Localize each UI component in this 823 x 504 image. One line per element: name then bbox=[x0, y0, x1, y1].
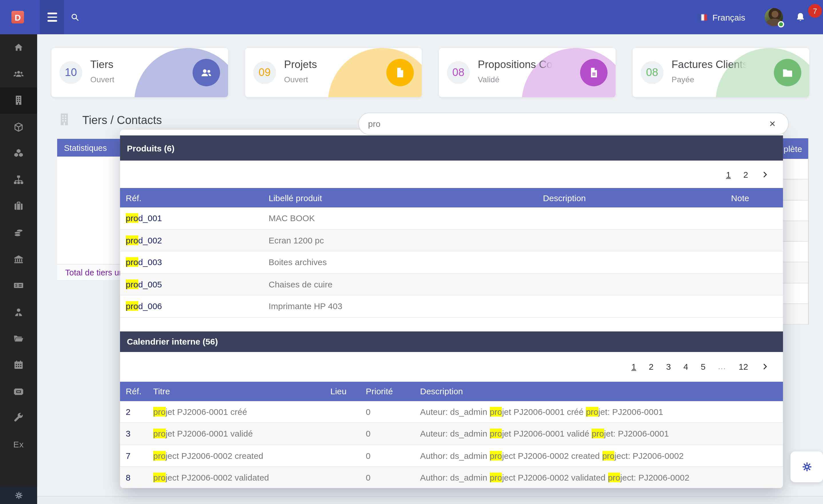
building-icon bbox=[13, 94, 25, 106]
bell-icon bbox=[794, 11, 806, 23]
card-count: 08 bbox=[641, 61, 664, 84]
background-table-row bbox=[783, 304, 808, 325]
background-table-row bbox=[783, 200, 808, 221]
sidebar-item-folder-open[interactable] bbox=[0, 325, 37, 352]
people-icon bbox=[199, 66, 213, 79]
stat-card-tiers[interactable]: 10TiersOuvert bbox=[51, 48, 228, 97]
sidebar-item-user-tie[interactable] bbox=[0, 299, 37, 325]
card-label: Factures Clients bbox=[672, 58, 747, 71]
sidebar: $Ex bbox=[0, 34, 37, 504]
search-highlight: pro bbox=[608, 473, 620, 483]
pagination-page-1[interactable]: 1 bbox=[726, 169, 731, 179]
search-highlight: pro bbox=[602, 451, 614, 461]
menu-toggle-button[interactable] bbox=[40, 0, 64, 34]
sidebar-item-cubes[interactable] bbox=[0, 140, 37, 167]
stat-card-projets[interactable]: 09ProjetsOuvert bbox=[245, 48, 422, 97]
agenda-ref-link[interactable]: 2 bbox=[120, 407, 147, 416]
chevron-right-icon bbox=[761, 362, 769, 371]
user-tie-icon bbox=[13, 306, 25, 318]
language-selector[interactable]: Français bbox=[698, 12, 745, 22]
search-highlight: pro bbox=[126, 258, 138, 267]
agenda-priority: 0 bbox=[360, 407, 415, 416]
next-page-button[interactable] bbox=[761, 170, 769, 179]
agenda-description: Auteur: ds_admin projet PJ2006-0001 vali… bbox=[415, 429, 783, 439]
global-search-button[interactable] bbox=[70, 12, 80, 22]
statistics-card-body bbox=[57, 157, 120, 264]
product-ref-link[interactable]: prod_005 bbox=[120, 280, 263, 289]
background-table-rows bbox=[783, 159, 808, 325]
sidebar-item-cube[interactable] bbox=[0, 114, 37, 140]
sidebar-item-ticket[interactable] bbox=[0, 378, 37, 405]
coins-icon bbox=[13, 226, 25, 238]
pagination-page-12[interactable]: 12 bbox=[739, 362, 748, 371]
svg-text:$: $ bbox=[15, 284, 17, 288]
product-ref-link[interactable]: prod_001 bbox=[120, 213, 263, 223]
stat-card-factures-clients[interactable]: 08Factures ClientsPayée bbox=[633, 48, 809, 97]
next-page-button[interactable] bbox=[761, 362, 769, 371]
sidebar-item-label: Ex bbox=[13, 440, 24, 449]
search-input[interactable] bbox=[359, 119, 769, 129]
product-ref-link[interactable]: prod_003 bbox=[120, 258, 263, 267]
search-highlight: pro bbox=[490, 451, 502, 461]
sidebar-item-bank[interactable] bbox=[0, 246, 37, 273]
sidebar-item-users[interactable] bbox=[0, 61, 37, 88]
pagination-ellipsis: ... bbox=[718, 362, 726, 371]
background-table-row bbox=[783, 159, 808, 180]
section-divider bbox=[120, 317, 783, 331]
wrench-icon bbox=[13, 412, 25, 424]
pagination-page-5[interactable]: 5 bbox=[701, 362, 705, 371]
gear-icon bbox=[801, 461, 812, 473]
settings-fab[interactable] bbox=[790, 452, 823, 482]
search-highlight: pro bbox=[126, 235, 138, 245]
sidebar-settings-button[interactable] bbox=[0, 487, 37, 504]
product-ref-link[interactable]: prod_002 bbox=[120, 235, 263, 245]
page-title: Tiers / Contacts bbox=[82, 114, 162, 127]
sidebar-item-home[interactable] bbox=[0, 34, 37, 61]
top-navbar: D Français 7 bbox=[0, 0, 823, 34]
chevron-right-icon bbox=[761, 170, 769, 179]
sidebar-item-wrench[interactable] bbox=[0, 404, 37, 431]
building-icon bbox=[56, 110, 72, 129]
agenda-description: Author: ds_admin project PJ2006-0002 cre… bbox=[415, 451, 783, 461]
language-label: Français bbox=[712, 12, 745, 22]
pagination-page-4[interactable]: 4 bbox=[683, 362, 688, 371]
products-table-header: Réf.Libellé produitDescriptionNote bbox=[120, 188, 783, 207]
product-ref-link[interactable]: prod_006 bbox=[120, 301, 263, 311]
tab-statistiques[interactable]: Statistiques bbox=[57, 139, 120, 157]
sidebar-item-coins[interactable] bbox=[0, 219, 37, 246]
pagination-page-3[interactable]: 3 bbox=[666, 362, 671, 371]
app-logo[interactable]: D bbox=[11, 11, 24, 23]
sidebar-item-sitemap[interactable] bbox=[0, 167, 37, 193]
users-icon bbox=[13, 68, 25, 80]
product-row: prod_006Imprimante HP 403 bbox=[120, 296, 783, 317]
pagination-page-2[interactable]: 2 bbox=[743, 169, 748, 179]
card-label: Projets bbox=[284, 58, 359, 71]
stat-card-propositions-comme[interactable]: 08Propositions CommeValidé bbox=[439, 48, 616, 97]
card-status: Ouvert bbox=[284, 75, 359, 84]
card-icon-circle bbox=[774, 59, 801, 86]
sidebar-item-external[interactable]: Ex bbox=[0, 431, 37, 458]
card-status: Validé bbox=[478, 75, 553, 84]
sidebar-item-money-check[interactable]: $ bbox=[0, 272, 37, 299]
search-highlight: pro bbox=[592, 429, 604, 439]
clear-search-button[interactable] bbox=[769, 120, 788, 128]
card-label: Tiers bbox=[90, 58, 165, 71]
notifications-button[interactable]: 7 bbox=[790, 0, 823, 34]
agenda-ref-link[interactable]: 8 bbox=[120, 473, 147, 483]
sidebar-item-calendar[interactable] bbox=[0, 352, 37, 378]
sidebar-item-briefcase[interactable] bbox=[0, 193, 37, 220]
statistics-card-footer-link[interactable]: Total de tiers uni bbox=[57, 264, 120, 280]
home-icon bbox=[13, 41, 25, 53]
pagination-page-1[interactable]: 1 bbox=[632, 362, 636, 371]
user-avatar[interactable] bbox=[765, 8, 783, 26]
agenda-ref-link[interactable]: 7 bbox=[120, 451, 147, 461]
background-table-row bbox=[783, 221, 808, 242]
search-highlight: pro bbox=[490, 473, 502, 483]
hamburger-icon bbox=[47, 13, 57, 14]
pagination-page-2[interactable]: 2 bbox=[649, 362, 654, 371]
agenda-ref-link[interactable]: 3 bbox=[120, 429, 147, 439]
calendar-table-header: Réf.TitreLieuPrioritéDescription bbox=[120, 381, 783, 401]
products-pagination: 12 bbox=[120, 161, 783, 188]
sidebar-item-building[interactable] bbox=[0, 87, 37, 114]
agenda-description: Auteur: ds_admin projet PJ2006-0001 créé… bbox=[415, 407, 783, 416]
